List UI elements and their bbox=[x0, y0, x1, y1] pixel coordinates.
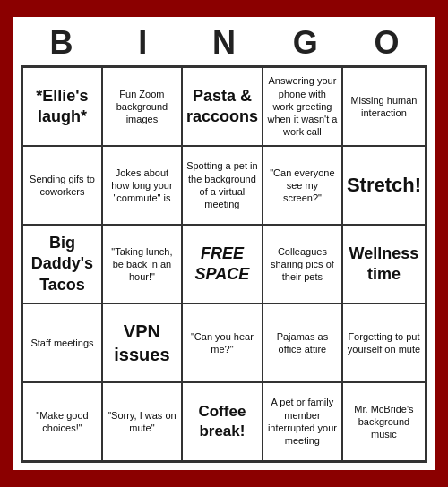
bingo-card: BINGO *Ellie's laugh*Fun Zoom background… bbox=[13, 17, 435, 470]
bingo-cell-6: Jokes about how long your "commute" is bbox=[102, 146, 182, 225]
bingo-cell-3: Answering your phone with work greeting … bbox=[263, 67, 342, 146]
bingo-grid: *Ellie's laugh*Fun Zoom background image… bbox=[21, 65, 427, 463]
bingo-cell-17: "Can you hear me?" bbox=[182, 303, 263, 382]
bingo-letter-g: G bbox=[267, 24, 344, 62]
bingo-letter-i: I bbox=[104, 24, 181, 62]
bingo-cell-9: Stretch! bbox=[342, 146, 426, 225]
bingo-cell-21: "Sorry, I was on mute" bbox=[102, 382, 182, 461]
bingo-cell-19: Forgetting to put yourself on mute bbox=[342, 303, 426, 382]
bingo-letter-o: O bbox=[349, 24, 426, 62]
bingo-cell-24: Mr. McBride's background music bbox=[342, 382, 426, 461]
bingo-cell-23: A pet or family member interrupted your … bbox=[263, 382, 342, 461]
bingo-cell-11: "Taking lunch, be back in an hour!" bbox=[102, 225, 182, 303]
bingo-letter-n: N bbox=[185, 24, 263, 62]
bingo-cell-18: Pajamas as office attire bbox=[263, 303, 342, 382]
bingo-header: BINGO bbox=[21, 24, 427, 62]
bingo-cell-5: Sending gifs to coworkers bbox=[22, 146, 102, 225]
bingo-cell-22: Coffee break! bbox=[182, 382, 263, 461]
bingo-cell-4: Missing human interaction bbox=[342, 67, 426, 146]
bingo-cell-15: Staff meetings bbox=[22, 303, 102, 382]
bingo-cell-7: Spotting a pet in the background of a vi… bbox=[182, 146, 263, 225]
bingo-cell-0: *Ellie's laugh* bbox=[22, 67, 102, 146]
bingo-cell-16: VPN issues bbox=[102, 303, 182, 382]
bingo-cell-8: "Can everyone see my screen?" bbox=[263, 146, 342, 225]
bingo-cell-20: "Make good choices!" bbox=[22, 382, 102, 461]
bingo-cell-1: Fun Zoom background images bbox=[102, 67, 182, 146]
bingo-cell-14: Wellness time bbox=[342, 225, 426, 303]
bingo-cell-10: Big Daddy's Tacos bbox=[22, 225, 102, 303]
bingo-letter-b: B bbox=[22, 24, 99, 62]
bingo-cell-12: FREE SPACE bbox=[182, 225, 263, 303]
bingo-cell-13: Colleagues sharing pics of their pets bbox=[263, 225, 342, 303]
bingo-cell-2: Pasta & raccoons bbox=[182, 67, 263, 146]
